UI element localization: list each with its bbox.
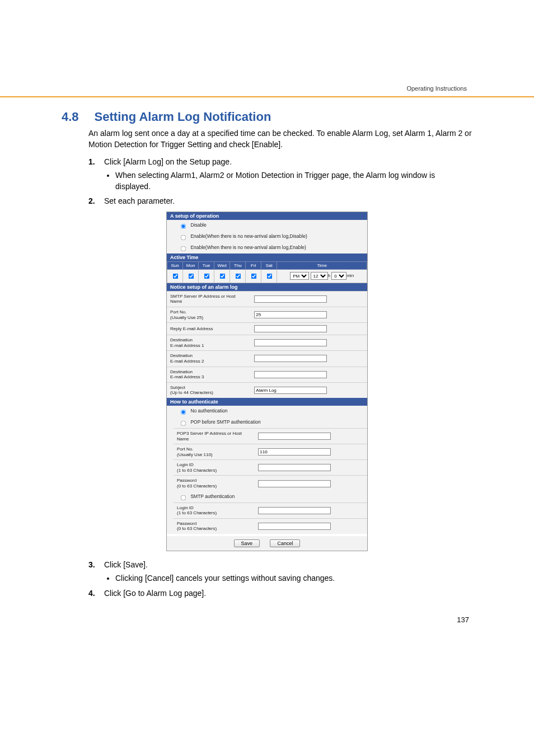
port110-label: Port No. (Usually Use 110)	[174, 444, 255, 460]
op-disable-label: Disable	[190, 222, 206, 228]
day-sat: Sat	[261, 261, 277, 269]
step-1-sub-1: When selecting Alarm1, Alarm2 or Motion …	[115, 170, 472, 192]
chk-tue[interactable]	[204, 273, 209, 279]
page-number: 137	[62, 616, 472, 624]
section-title-text: Setting Alarm Log Notification	[95, 110, 271, 124]
step-3-sub-1: Clicking [Cancel] cancels your settings …	[115, 572, 472, 584]
auth-none-radio[interactable]	[181, 410, 186, 415]
time-cell: PM 12h 0min	[277, 269, 367, 283]
op-disable-radio[interactable]	[181, 223, 186, 229]
step-2: 2. Set each parameter.	[88, 195, 472, 206]
notice-table: SMTP Server IP Address or Host Name Port…	[167, 291, 367, 398]
auth-smtp-label: SMTP authentication	[190, 494, 235, 499]
ampm-select[interactable]: PM	[290, 272, 309, 280]
pop-table: POP3 Server IP Address or Host Name Port…	[174, 428, 367, 491]
op-enable-on-radio[interactable]	[181, 246, 186, 251]
heading-operation: A setup of operation	[167, 212, 367, 220]
op-enable-off-row[interactable]: Enable(When there is no new-arrival alar…	[167, 231, 367, 242]
step-3: 3. Click [Save]. Clicking [Cancel] cance…	[88, 559, 472, 584]
header-label: Operating Instructions	[406, 85, 467, 92]
step-1-num: 1.	[88, 156, 95, 167]
dest2-input[interactable]	[254, 355, 327, 362]
op-enable-off-label: Enable(When there is no new-arrival alar…	[190, 233, 307, 239]
smtp-label: SMTP Server IP Address or Host Name	[167, 291, 251, 307]
dest1-label: Destination E-mail Address 1	[167, 335, 251, 351]
port110-input[interactable]	[258, 448, 331, 456]
hour-select[interactable]: 12	[311, 272, 328, 280]
header-rule	[0, 96, 534, 97]
auth-none-row[interactable]: No authentication	[167, 406, 367, 417]
pop-password-label: Password (0 to 63 Characters)	[174, 476, 255, 491]
pop3-input[interactable]	[258, 433, 331, 440]
dest2-label: Destination E-mail Address 2	[167, 351, 251, 367]
step-3-num: 3.	[88, 559, 95, 570]
h-label: h	[328, 273, 330, 278]
smtp-password-input[interactable]	[258, 523, 331, 530]
heading-active-time: Active Time	[167, 253, 367, 261]
chk-thu[interactable]	[235, 273, 241, 279]
section-title: 4.8Setting Alarm Log Notification	[62, 110, 472, 124]
cancel-button[interactable]: Cancel	[270, 539, 300, 547]
smtp-login-label: Login ID (1 to 63 Characters)	[174, 503, 255, 518]
chk-sun[interactable]	[172, 273, 178, 279]
auth-pop-radio[interactable]	[181, 421, 186, 426]
dest3-input[interactable]	[254, 371, 327, 378]
min-label: min	[346, 273, 354, 278]
op-disable-row[interactable]: Disable	[167, 220, 367, 231]
smtp-input[interactable]	[254, 295, 327, 303]
smtp-auth-table: Login ID (1 to 63 Characters) Password (…	[174, 503, 367, 534]
op-enable-off-radio[interactable]	[181, 234, 186, 240]
chk-wed[interactable]	[219, 273, 225, 279]
pop-login-label: Login ID (1 to 63 Characters)	[174, 460, 255, 476]
reply-input[interactable]	[254, 325, 327, 332]
auth-smtp-radio[interactable]	[181, 495, 186, 500]
step-4: 4. Click [Go to Alarm Log page].	[88, 588, 472, 599]
heading-auth: How to authenticate	[167, 398, 367, 406]
step-2-text: Set each parameter.	[104, 196, 175, 205]
auth-none-label: No authentication	[190, 408, 227, 414]
port25-input[interactable]	[254, 311, 327, 318]
day-mon: Mon	[183, 261, 199, 269]
step-1-text: Click [Alarm Log] on the Setup page.	[104, 157, 232, 166]
chk-sat[interactable]	[266, 273, 272, 279]
day-table: Sun Mon Tue Wed Thu Fri Sat Time PM 12	[167, 261, 367, 283]
day-time: Time	[277, 261, 367, 269]
pop-login-input[interactable]	[258, 464, 331, 471]
day-wed: Wed	[214, 261, 230, 269]
day-fri: Fri	[246, 261, 261, 269]
auth-smtp-row[interactable]: SMTP authentication	[167, 491, 367, 503]
dest3-label: Destination E-mail Address 3	[167, 367, 251, 382]
subject-input[interactable]	[254, 387, 327, 394]
dest1-input[interactable]	[254, 339, 327, 346]
smtp-password-label: Password (0 to 63 Characters)	[174, 518, 255, 534]
subject-label: Subject (Up to 44 Characters)	[167, 382, 251, 398]
section-number: 4.8	[62, 110, 79, 124]
reply-label: Reply E-mail Address	[167, 323, 251, 335]
auth-pop-row[interactable]: POP before SMTP authentication	[167, 417, 367, 428]
step-2-num: 2.	[88, 195, 95, 206]
intro-text: An alarm log sent once a day at a specif…	[88, 128, 472, 151]
save-button[interactable]: Save	[234, 539, 260, 547]
port25-label: Port No. (Usually Use 25)	[167, 307, 251, 322]
day-sun: Sun	[167, 261, 183, 269]
smtp-login-input[interactable]	[258, 507, 331, 514]
op-enable-on-row[interactable]: Enable(When there is no new-arrival alar…	[167, 242, 367, 253]
auth-pop-label: POP before SMTP authentication	[190, 419, 260, 425]
step-3-text: Click [Save].	[104, 560, 148, 569]
pop3-label: POP3 Server IP Address or Host Name	[174, 428, 255, 444]
step-4-text: Click [Go to Alarm Log page].	[104, 589, 206, 598]
chk-fri[interactable]	[251, 273, 256, 279]
step-4-num: 4.	[88, 588, 95, 599]
config-screenshot: A setup of operation Disable Enable(When…	[166, 212, 368, 551]
pop-password-input[interactable]	[258, 480, 331, 487]
day-tue: Tue	[199, 261, 214, 269]
chk-mon[interactable]	[188, 273, 194, 279]
op-enable-on-label: Enable(When there is no new-arrival alar…	[190, 245, 306, 250]
day-thu: Thu	[230, 261, 246, 269]
min-select[interactable]: 0	[331, 272, 346, 280]
step-1: 1. Click [Alarm Log] on the Setup page. …	[88, 156, 472, 192]
heading-notice: Notice setup of an alarm log	[167, 283, 367, 291]
